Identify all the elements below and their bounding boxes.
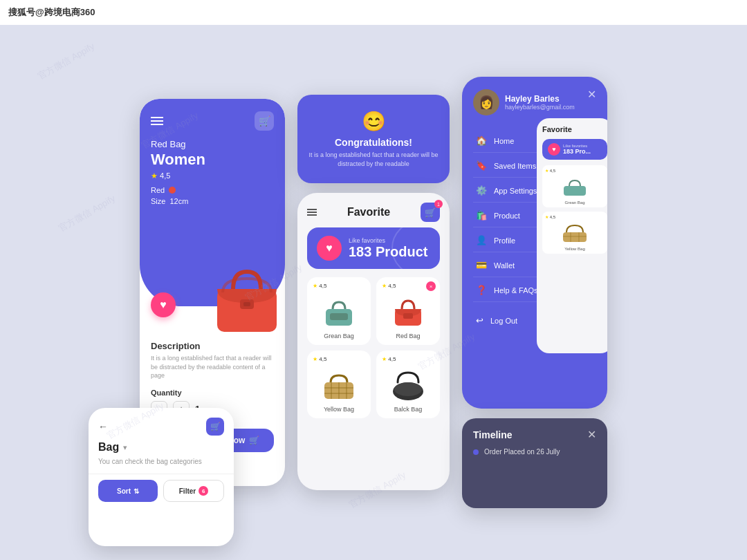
color-dot-red xyxy=(169,187,176,194)
quantity-title: Quantity xyxy=(151,389,274,397)
settings-icon: ⚙️ xyxy=(476,185,487,196)
bag-rating-brown: ★ 4,5 xyxy=(313,356,365,362)
bag-title-row: Bag ▾ xyxy=(89,441,234,458)
logout-icon: ↩ xyxy=(476,315,483,326)
menu-close-button[interactable]: ✕ xyxy=(587,88,596,101)
product-subtitle: Red Bag xyxy=(151,139,274,149)
favorites-heart-icon: ♥ xyxy=(317,236,342,261)
inner-favorite-title: Favorite xyxy=(542,125,607,133)
logo: 搜狐号@跨境电商360 xyxy=(8,6,95,19)
bag-name-brown: Yellow Bag xyxy=(313,406,365,413)
description-title: Description xyxy=(151,341,274,351)
favorite-header: Favorite 🛒 1 xyxy=(297,193,450,227)
filter-button[interactable]: Filter 6 xyxy=(163,480,224,502)
inner-bag-rating-brown: ★ 4,5 xyxy=(545,214,605,219)
bag-rating-teal: ★ 4,5 xyxy=(313,283,365,289)
user-avatar: 👩 xyxy=(473,89,499,115)
phone-congratulations: 😊 Congratulations! It is a long establis… xyxy=(297,95,450,183)
bag-filter-bar: Sort ⇅ Filter 6 xyxy=(89,474,234,507)
product-header-bg: 🛒 Red Bag Women ★ 4,5 Red Size 12cm xyxy=(140,99,285,306)
bag-remove-red[interactable]: × xyxy=(426,281,436,291)
back-button[interactable]: ← xyxy=(98,421,108,432)
congrats-emoji: 😊 xyxy=(362,110,386,133)
inner-bag-rating-teal: ★ 4,5 xyxy=(545,168,605,173)
center-column: 😊 Congratulations! It is a long establis… xyxy=(297,95,450,490)
timeline-close-button[interactable]: ✕ xyxy=(587,428,596,441)
timeline-text: Order Placed on 26 Jully xyxy=(484,448,560,456)
sort-icon: ⇅ xyxy=(133,487,139,495)
favorite-cart-button[interactable]: 🛒 1 xyxy=(421,203,440,222)
bag-category-title: Bag xyxy=(98,441,119,454)
product-icon: 🛍️ xyxy=(476,210,487,221)
favorites-card[interactable]: ♥ Like favorites 183 Product xyxy=(307,227,440,269)
bag-category-subtitle: You can check the bag categories xyxy=(89,458,234,474)
dropdown-arrow-icon[interactable]: ▾ xyxy=(123,443,127,452)
description-text: It is a long established fact that a rea… xyxy=(151,354,274,380)
timeline-title: Timeline xyxy=(473,429,513,440)
congrats-text: It is a long established fact that a rea… xyxy=(307,151,440,168)
inner-fav-count: 183 Pro... xyxy=(563,148,591,155)
home-icon: 🏠 xyxy=(476,136,487,146)
menu-help-label: Help & FAQs xyxy=(494,286,538,295)
bag-card-brown[interactable]: ★ 4,5 Yellow Bag xyxy=(307,351,371,418)
bags-grid: ★ 4,5 Grean Bag × ★ 4,5 xyxy=(297,277,450,418)
timeline-item: Order Placed on 26 Jully xyxy=(473,448,596,456)
fav-decoration xyxy=(391,227,440,269)
logout-label: Log Out xyxy=(490,317,517,325)
svg-rect-4 xyxy=(330,313,348,320)
inner-fav-card: ♥ Like favorites 183 Pro... xyxy=(542,139,607,160)
color-label: Red xyxy=(151,186,165,194)
inner-fav-heart: ♥ xyxy=(548,143,560,156)
timeline-header: Timeline ✕ xyxy=(473,428,596,441)
cart-button[interactable]: 🛒 xyxy=(255,111,274,131)
hamburger-menu[interactable] xyxy=(151,115,163,127)
bag-image-red xyxy=(382,292,434,330)
bag-cart-button[interactable]: 🛒 xyxy=(206,418,224,436)
bag-image-teal xyxy=(313,292,365,330)
inner-fav-text: Like favorites 183 Pro... xyxy=(563,144,591,155)
bag-card-red[interactable]: × ★ 4,5 Red Bag xyxy=(376,277,440,345)
inner-bag-img-teal xyxy=(545,173,605,200)
inner-bag-name-brown: Yellow Bag xyxy=(545,247,605,251)
wallet-icon: 💳 xyxy=(476,260,487,270)
menu-home-label: Home xyxy=(494,137,514,145)
congrats-title: Congratulations! xyxy=(335,137,412,148)
bag-image-brown xyxy=(313,365,365,403)
timeline-dot xyxy=(473,449,479,455)
menu-profile-label: Profile xyxy=(494,236,515,245)
hamburger-menu-fav[interactable] xyxy=(307,207,317,217)
cart-icon: 🛒 xyxy=(249,436,259,445)
svg-rect-15 xyxy=(564,186,586,196)
inner-bag-teal: ★ 4,5 Grean Bag xyxy=(542,165,607,207)
inner-bag-img-brown xyxy=(545,219,605,247)
menu-settings-label: App Settings xyxy=(494,187,537,195)
inner-screen-preview: Favorite ♥ Like favorites 183 Pro... ★ 4… xyxy=(537,118,607,353)
menu-saved-label: Saved Items xyxy=(494,162,536,170)
inner-bag-brown: ★ 4,5 Yellow Bag xyxy=(542,212,607,254)
size-label: Size xyxy=(151,197,165,205)
saved-icon: 🔖 xyxy=(476,160,487,171)
right-column: 👩 Hayley Barles hayleybarles@gmail.com ✕… xyxy=(462,77,607,508)
filter-badge: 6 xyxy=(199,486,208,496)
user-info: Hayley Barles hayleybarles@gmail.com xyxy=(505,94,575,111)
product-title-block: Red Bag Women xyxy=(151,139,274,169)
help-icon: ❓ xyxy=(476,285,487,295)
color-row: Red xyxy=(151,186,274,194)
bag-card-teal[interactable]: ★ 4,5 Grean Bag xyxy=(307,277,371,345)
user-profile-row: 👩 Hayley Barles hayleybarles@gmail.com xyxy=(473,89,596,115)
phone1-topbar: 🛒 xyxy=(151,111,274,131)
filter-label: Filter xyxy=(179,487,196,495)
bag-card-black[interactable]: ★ 4,5 Balck Bag xyxy=(376,351,440,418)
svg-point-14 xyxy=(394,382,422,396)
favorite-title: Favorite xyxy=(347,206,390,218)
phone-timeline: Timeline ✕ Order Placed on 26 Jully xyxy=(462,418,607,508)
user-email: hayleybarles@gmail.com xyxy=(505,104,575,111)
inner-bag-name-teal: Grean Bag xyxy=(545,200,605,205)
phone-bag-categories: ← 🛒 Bag ▾ You can check the bag categori… xyxy=(89,408,234,546)
inner-bags-list: ★ 4,5 Grean Bag ★ 4,5 xyxy=(542,165,607,254)
sort-button[interactable]: Sort ⇅ xyxy=(98,480,158,502)
wishlist-button[interactable]: ♥ xyxy=(151,292,176,317)
bag-rating-black: ★ 4,5 xyxy=(382,356,434,362)
bag-image-black xyxy=(382,365,434,403)
cart-badge: 1 xyxy=(434,200,443,208)
